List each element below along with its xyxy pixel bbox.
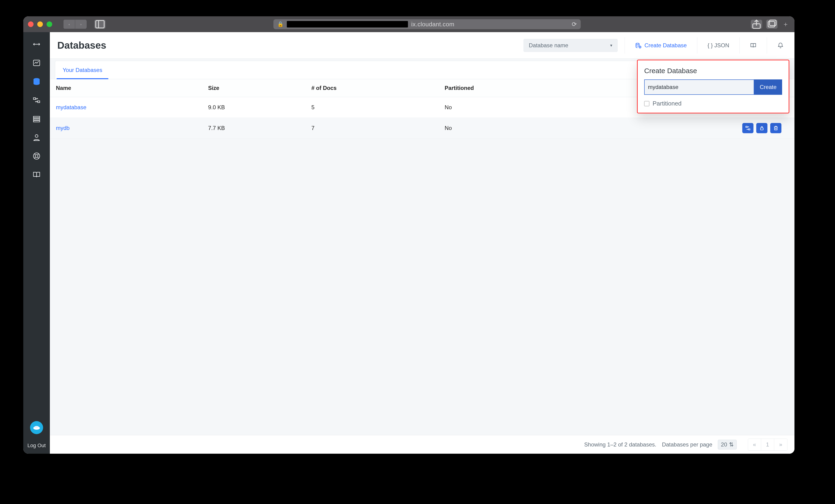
svg-line-18	[34, 157, 36, 159]
svg-rect-4	[770, 20, 776, 26]
new-tab-button[interactable]: ＋	[781, 20, 790, 28]
partitioned-label: Partitioned	[653, 100, 681, 107]
per-page-select[interactable]: 20 ⇅	[718, 440, 737, 449]
db-size: 7.7 KB	[202, 118, 305, 139]
db-name-link[interactable]: mydb	[56, 125, 70, 131]
svg-point-13	[35, 134, 38, 138]
json-button[interactable]: { } JSON	[704, 39, 733, 52]
notifications-button[interactable]	[774, 39, 787, 52]
svg-line-17	[38, 154, 39, 155]
sidebar-docs-icon[interactable]	[32, 170, 42, 180]
docs-header-button[interactable]	[747, 39, 760, 52]
window-minimize-button[interactable]	[37, 21, 43, 27]
sidebar-replication-icon[interactable]	[32, 95, 42, 105]
url-redacted	[287, 21, 408, 27]
lock-icon: 🔒	[277, 21, 284, 27]
json-label: { } JSON	[708, 42, 729, 49]
browser-titlebar: ‹ › 🔒 ix.cloudant.com ⟳ ＋	[23, 16, 794, 32]
updown-icon: ⇅	[729, 441, 734, 448]
refresh-icon[interactable]: ⟳	[572, 21, 577, 28]
sidebar-nav: Log Out	[23, 32, 50, 454]
db-partitioned: No	[439, 118, 586, 139]
db-name-link[interactable]: mydatabase	[56, 104, 86, 110]
sidebar-account-icon[interactable]	[32, 132, 42, 143]
window-controls	[28, 21, 52, 27]
svg-rect-10	[34, 117, 40, 118]
row-delete-button[interactable]	[770, 123, 781, 133]
pager-current: 1	[761, 439, 774, 450]
sidebar-active-tasks-icon[interactable]	[32, 114, 42, 124]
url-bar[interactable]: 🔒 ix.cloudant.com ⟳	[273, 19, 581, 29]
svg-rect-11	[34, 119, 40, 120]
sidebar-support-icon[interactable]	[32, 151, 42, 161]
pager-prev[interactable]: «	[748, 439, 761, 450]
nav-forward-button[interactable]: ›	[75, 20, 87, 29]
window-maximize-button[interactable]	[47, 21, 52, 27]
col-partitioned[interactable]: Partitioned	[439, 79, 586, 97]
table-row: mydb7.7 KB7No	[50, 118, 794, 139]
col-docs[interactable]: # of Docs	[305, 79, 439, 97]
svg-line-19	[38, 157, 39, 159]
svg-rect-0	[96, 21, 104, 28]
database-name-select[interactable]: Database name ▾	[524, 39, 618, 52]
create-database-label: Create Database	[645, 42, 687, 49]
share-button[interactable]	[751, 20, 762, 29]
col-size[interactable]: Size	[202, 79, 305, 97]
svg-rect-35	[774, 127, 777, 130]
svg-rect-9	[38, 101, 40, 103]
create-button-label: Create	[760, 84, 776, 90]
svg-rect-8	[34, 98, 36, 100]
sidebar-dashboard-icon[interactable]	[32, 58, 42, 68]
sidebar-toggle-button[interactable]	[94, 20, 106, 29]
svg-rect-34	[760, 128, 763, 130]
chevron-down-icon: ▾	[610, 43, 612, 48]
db-size: 9.0 KB	[202, 97, 305, 118]
partitioned-checkbox[interactable]	[644, 101, 649, 106]
logout-link[interactable]: Log Out	[27, 442, 46, 454]
nav-back-forward: ‹ ›	[63, 20, 87, 29]
pager-next[interactable]: »	[774, 439, 787, 450]
create-database-popover: Create Database Create Partitioned	[637, 60, 789, 113]
svg-line-16	[34, 154, 36, 155]
page-header: Databases Database name ▾ Create Databas…	[50, 32, 794, 59]
footer-bar: Showing 1–2 of 2 databases. Databases pe…	[50, 435, 794, 454]
col-name[interactable]: Name	[50, 79, 202, 97]
sidebar-avatar[interactable]	[30, 421, 43, 434]
svg-point-15	[35, 155, 38, 158]
row-permissions-button[interactable]	[756, 123, 768, 133]
partitioned-checkbox-row[interactable]: Partitioned	[644, 100, 782, 107]
sidebar-collapse-icon[interactable]	[32, 39, 42, 49]
tabs-button[interactable]	[766, 20, 778, 29]
svg-rect-3	[768, 21, 775, 27]
footer-showing: Showing 1–2 of 2 databases.	[584, 441, 656, 448]
url-domain: ix.cloudant.com	[411, 21, 569, 28]
row-replicate-button[interactable]	[742, 123, 753, 133]
db-docs: 7	[305, 118, 439, 139]
tab-label: Your Databases	[63, 67, 102, 74]
svg-point-21	[34, 426, 39, 428]
popover-title: Create Database	[644, 67, 782, 75]
svg-rect-12	[34, 121, 40, 122]
tab-your-databases[interactable]: Your Databases	[57, 61, 108, 79]
footer-perpage-label: Databases per page	[662, 441, 712, 448]
create-button[interactable]: Create	[754, 79, 782, 95]
page-title: Databases	[57, 40, 106, 51]
nav-back-button[interactable]: ‹	[63, 20, 75, 29]
db-partitioned: No	[439, 97, 586, 118]
per-page-value: 20	[721, 441, 727, 448]
database-select-label: Database name	[529, 42, 568, 49]
svg-rect-33	[749, 129, 750, 130]
svg-point-22	[636, 43, 639, 44]
pager: « 1 »	[748, 439, 788, 451]
window-close-button[interactable]	[28, 21, 34, 27]
create-database-button[interactable]: Create Database	[632, 39, 690, 52]
sidebar-databases-icon[interactable]	[32, 77, 42, 87]
database-name-input[interactable]	[644, 79, 754, 95]
db-docs: 5	[305, 97, 439, 118]
svg-rect-32	[746, 126, 747, 127]
